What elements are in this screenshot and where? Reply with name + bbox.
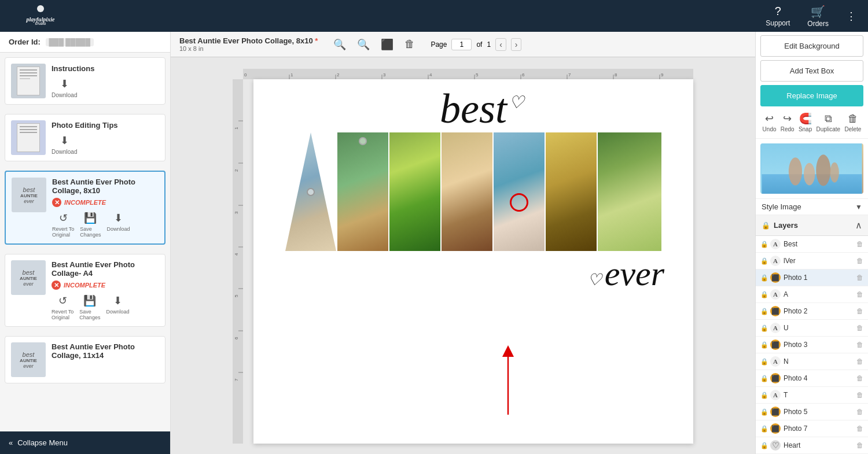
layer-lock-iver: 🔒	[760, 257, 767, 265]
nav-expand-icon[interactable]: ⋮	[846, 10, 856, 23]
replace-image-button[interactable]: Replace Image	[760, 85, 863, 106]
layer-item-u[interactable]: 🔒 A U 🗑	[756, 320, 868, 337]
collage-a4-thumb: best AUNTIE ever	[11, 260, 46, 295]
ever-text-element[interactable]: ♡ever	[587, 254, 664, 294]
zoom-out-button[interactable]: 🔍	[332, 37, 347, 52]
layer-item-photo1[interactable]: 🔒 ⬛ Photo 1 🗑	[756, 270, 868, 286]
layer-delete-photo4[interactable]: 🗑	[856, 374, 863, 382]
download-icon: ⬇	[60, 77, 69, 90]
sidebar-item-11x14[interactable]: best AUNTIE ever Best Auntie Ever Photo …	[5, 336, 165, 383]
delete-tool[interactable]: 🗑 Delete	[844, 113, 861, 132]
orders-nav-item[interactable]: 🛒 Orders	[807, 5, 829, 28]
layers-collapse-icon[interactable]: ∧	[855, 220, 862, 231]
layer-item-a[interactable]: 🔒 A A 🗑	[756, 286, 868, 303]
layer-lock-t: 🔒	[760, 392, 767, 399]
letter-e-photo[interactable]	[546, 132, 597, 251]
incomplete-text-8x10: INCOMPLETE	[64, 199, 106, 206]
incomplete-text-a4: INCOMPLETE	[64, 282, 105, 289]
sidebar-item-a4[interactable]: best AUNTIE ever Best Auntie Ever Photo …	[5, 254, 165, 327]
main-layout: Order Id: ███ █████ Instructions	[0, 32, 868, 454]
layer-delete-u[interactable]: 🗑	[856, 324, 863, 332]
layer-delete-photo5[interactable]: 🗑	[856, 408, 863, 416]
layer-delete-photo3[interactable]: 🗑	[856, 341, 863, 349]
best-text-element[interactable]: best ♡	[440, 88, 507, 130]
svg-text:4: 4	[429, 72, 432, 77]
layer-name-heart: Heart	[784, 441, 854, 449]
layer-item-n[interactable]: 🔒 A N 🗑	[756, 353, 868, 370]
layer-item-heart[interactable]: 🔒 ♡ Heart 🗑	[756, 437, 868, 454]
layer-item-photo7[interactable]: 🔒 ⬛ Photo 7 🗑	[756, 420, 868, 437]
undo-tool[interactable]: ↩ Undo	[763, 112, 777, 132]
edit-background-button[interactable]: Edit Background	[760, 35, 863, 57]
page-prev-button[interactable]: ‹	[495, 38, 506, 51]
layer-item-photo2[interactable]: 🔒 ⬛ Photo 2 🗑	[756, 303, 868, 320]
layer-item-photo5[interactable]: 🔒 ⬛ Photo 5 🗑	[756, 404, 868, 420]
collage-11x14-content: Best Auntie Ever Photo Collage, 11x14	[52, 342, 159, 363]
layer-item-photo4[interactable]: 🔒 ⬛ Photo 4 🗑	[756, 370, 868, 387]
download-icon-8x10: ⬇	[114, 212, 123, 224]
orders-icon: 🛒	[811, 5, 825, 19]
sidebar-item-instructions[interactable]: Instructions ⬇ Download	[5, 57, 165, 105]
heart-photo[interactable]	[598, 132, 661, 251]
duplicate-tool[interactable]: ⧉ Duplicate	[816, 113, 840, 132]
layer-type-photo5: ⬛	[770, 407, 781, 417]
svg-text:4: 4	[234, 253, 239, 256]
redo-tool[interactable]: ↪ Redo	[781, 112, 795, 132]
layer-name-photo2: Photo 2	[784, 307, 854, 315]
collage-8x10-thumb: best AUNTIE ever	[12, 178, 46, 212]
layer-delete-photo2[interactable]: 🗑	[856, 307, 863, 315]
layer-item-t[interactable]: 🔒 A T 🗑	[756, 387, 868, 404]
svg-text:3: 3	[383, 72, 386, 77]
layer-item-photo3[interactable]: 🔒 ⬛ Photo 3 🗑	[756, 337, 868, 353]
letter-a-photo[interactable]	[285, 132, 336, 251]
add-text-box-button[interactable]: Add Text Box	[760, 60, 863, 82]
sidebar-item-editing-tips[interactable]: Photo Editing Tips ⬇ Download	[5, 114, 165, 161]
layer-name-photo5: Photo 5	[784, 408, 854, 416]
revert-original-a4[interactable]: ↺ Revert ToOriginal	[52, 294, 73, 320]
save-changes-a4[interactable]: 💾 SaveChanges	[79, 294, 100, 320]
instructions-download[interactable]: ⬇ Download	[52, 77, 77, 98]
letter-n-photo[interactable]	[389, 132, 440, 251]
duplicate-label: Duplicate	[816, 126, 840, 132]
layer-item-iver[interactable]: 🔒 A lVer 🗑	[756, 253, 868, 270]
layer-delete-photo7[interactable]: 🗑	[856, 425, 863, 433]
page-total: 1	[487, 40, 491, 49]
zoom-in-button[interactable]: 🔍	[356, 37, 371, 52]
layer-delete-t[interactable]: 🗑	[856, 391, 863, 399]
revert-original-8x10[interactable]: ↺ Revert ToOriginal	[52, 212, 74, 238]
support-nav-item[interactable]: ? Support	[766, 5, 790, 27]
style-image-row[interactable]: Style Image ▼	[756, 198, 868, 215]
editing-tips-download[interactable]: ⬇ Download	[52, 134, 77, 155]
letter-u-photo[interactable]	[337, 132, 388, 251]
redo-label: Redo	[781, 126, 795, 132]
layer-type-photo1: ⬛	[770, 272, 781, 283]
page-number-input[interactable]	[451, 39, 472, 50]
layer-delete-heart[interactable]: 🗑	[856, 441, 863, 449]
layer-delete-iver[interactable]: 🗑	[856, 257, 863, 265]
page-next-button[interactable]: ›	[511, 38, 522, 51]
layer-name-photo1: Photo 1	[784, 274, 854, 282]
sidebar-item-8x10[interactable]: best AUNTIE ever Best Auntie Ever Photo …	[5, 171, 165, 245]
layer-delete-best[interactable]: 🗑	[856, 240, 863, 248]
letter-i-photo[interactable]	[494, 132, 545, 251]
collapse-chevron-icon: «	[9, 438, 13, 447]
layer-delete-photo1[interactable]: 🗑	[856, 274, 863, 282]
letter-t-photo[interactable]	[442, 132, 492, 251]
delete-canvas-button[interactable]: 🗑	[403, 37, 416, 51]
copy-button[interactable]: ⬛	[380, 37, 395, 52]
download-a4[interactable]: ⬇ Download	[106, 294, 129, 320]
layer-delete-n[interactable]: 🗑	[856, 357, 863, 366]
svg-point-42	[804, 163, 815, 186]
svg-text:6: 6	[234, 337, 239, 339]
collage-a4-actions: ↺ Revert ToOriginal 💾 SaveChanges ⬇ Down…	[52, 294, 159, 320]
layer-item-best[interactable]: 🔒 A Best 🗑	[756, 236, 868, 253]
layer-type-n: A	[770, 356, 781, 367]
layer-lock-n: 🔒	[760, 358, 767, 366]
snap-tool[interactable]: 🧲 Snap	[799, 112, 812, 132]
collapse-menu-button[interactable]: « Collapse Menu	[0, 431, 170, 454]
save-changes-8x10[interactable]: 💾 SaveChanges	[80, 212, 101, 238]
layers-title-text: Layers	[774, 221, 798, 230]
editing-tips-thumb	[11, 120, 46, 155]
download-8x10[interactable]: ⬇ Download	[106, 212, 130, 238]
layer-delete-a[interactable]: 🗑	[856, 290, 863, 298]
